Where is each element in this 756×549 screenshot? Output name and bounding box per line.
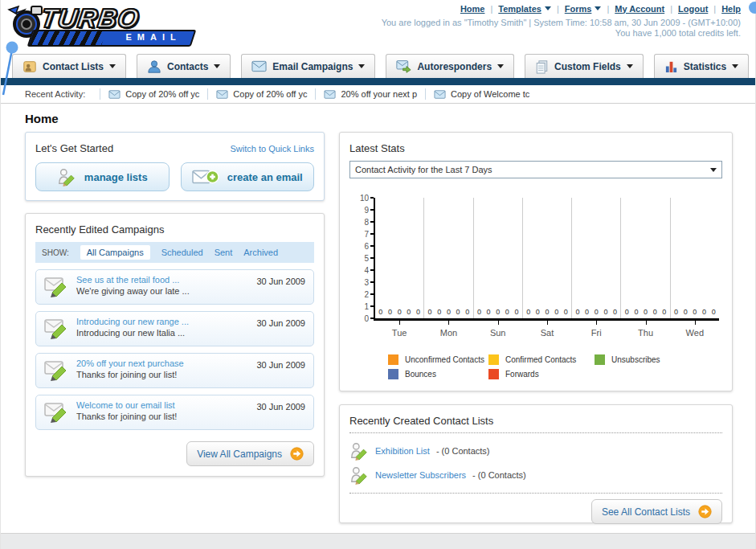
latest-stats-panel: Latest Stats Contact Activity for the La… (339, 132, 733, 391)
campaign-title-link[interactable]: 20% off your next purchase (76, 358, 184, 368)
chart-day-group: 00000Fri (571, 198, 620, 318)
chevron-down-icon (358, 64, 365, 72)
data-value-label: 0 (595, 308, 599, 316)
chart-day-group: 00000Wed (670, 198, 719, 318)
recently-edited-campaigns-panel: Recently Edited Campaigns SHOW: All Camp… (25, 213, 325, 477)
legend-swatch (595, 354, 605, 365)
contact-list-count: - (0 Contacts) (436, 446, 490, 456)
callout-marker-left (1, 40, 22, 98)
header: TURBO EMAIL Home Templates Forms My Acco… (1, 0, 755, 78)
tab-all-campaigns[interactable]: All Campaigns (80, 245, 150, 260)
tab-contacts[interactable]: Contacts (137, 54, 231, 78)
top-link-my-account[interactable]: My Account (615, 4, 664, 14)
tab-contact-lists[interactable]: Contact Lists (12, 54, 126, 78)
tab-autoresponders[interactable]: Autoresponders (386, 54, 514, 78)
chevron-down-icon (627, 64, 633, 72)
y-axis-label: 6 (364, 242, 369, 251)
data-value-label: 0 (456, 308, 460, 316)
campaign-row[interactable]: Introducing our new range ... Introducin… (35, 311, 314, 346)
person-icon (147, 59, 161, 74)
contact-list-name-link[interactable]: Exhibition List (375, 446, 430, 456)
legend-swatch (488, 369, 499, 379)
data-value-label: 0 (712, 308, 716, 316)
campaign-row[interactable]: 20% off your next purchase Thanks for jo… (35, 353, 314, 388)
top-link-help[interactable]: Help (721, 4, 741, 14)
y-axis-label: 4 (364, 266, 369, 275)
contact-list-item[interactable]: Newsletter Subscribers - (0 Contacts) (349, 465, 722, 485)
bar-chart-icon (664, 59, 678, 73)
data-value-label: 0 (702, 308, 706, 316)
top-link-forms[interactable]: Forms (565, 3, 602, 14)
contact-lists-title: Recently Created Contact Lists (349, 415, 722, 427)
top-link-logout[interactable]: Logout (678, 4, 708, 14)
data-value-label: 0 (564, 308, 568, 316)
tab-custom-fields[interactable]: Custom Fields (525, 54, 644, 78)
latest-stats-title: Latest Stats (349, 142, 722, 154)
main-nav-tabs: Contact Lists Contacts Email Campaigns (12, 54, 749, 78)
get-started-panel: Let's Get Started Switch to Quick Links … (25, 132, 325, 201)
y-axis-label: 10 (360, 194, 369, 203)
manage-lists-button[interactable]: manage lists (35, 162, 170, 191)
recent-activity-item[interactable]: Copy of 20% off yc (207, 88, 315, 100)
campaigns-title: Recently Edited Campaigns (35, 223, 314, 236)
legend-swatch (388, 369, 398, 379)
y-axis-label: 0 (364, 314, 369, 323)
get-started-title: Let's Get Started (35, 142, 113, 154)
data-value-label: 0 (585, 308, 589, 316)
campaigns-filter-bar: SHOW: All Campaigns Scheduled Sent Archi… (35, 242, 314, 263)
campaign-title-link[interactable]: Welcome to our email list (76, 400, 177, 410)
contact-list-count: - (0 Contacts) (472, 470, 526, 480)
tab-email-campaigns[interactable]: Email Campaigns (241, 54, 375, 78)
chevron-down-icon (732, 64, 738, 72)
contact-activity-chart: 109876543210 00000Tue00000Mon00000Sun000… (354, 198, 719, 342)
tab-statistics[interactable]: Statistics (654, 54, 749, 78)
chevron-down-icon (214, 64, 220, 72)
view-all-campaigns-button[interactable]: View All Campaigns (186, 441, 314, 466)
person-pencil-icon (349, 441, 369, 461)
data-value-label: 0 (487, 308, 491, 316)
switch-quick-links[interactable]: Switch to Quick Links (230, 144, 314, 154)
recent-activity-item[interactable]: Copy of 20% off yc (100, 88, 207, 100)
data-value-label: 0 (388, 308, 392, 316)
envelope-arrow-icon (396, 59, 411, 73)
turbo-email-logo[interactable]: TURBO EMAIL (6, 3, 206, 48)
credits-status-text: You have 1,000 total credits left. (615, 28, 741, 38)
tab-scheduled[interactable]: Scheduled (161, 248, 203, 257)
data-value-label: 0 (644, 308, 648, 316)
chart-day-group: 00000Mon (423, 198, 472, 318)
top-link-home[interactable]: Home (460, 4, 485, 14)
show-label: SHOW: (42, 248, 69, 257)
contact-list-name-link[interactable]: Newsletter Subscribers (375, 470, 466, 480)
campaign-subtitle: Thanks for joining our list! (76, 412, 177, 421)
see-all-contact-lists-button[interactable]: See All Contact Lists (591, 499, 722, 524)
campaign-subtitle: Thanks for joining our list! (76, 370, 184, 379)
campaign-title-link[interactable]: See us at the retail food ... (76, 275, 190, 285)
legend-item: Unconfirmed Contacts (388, 354, 488, 365)
data-value-label: 0 (634, 308, 638, 316)
data-value-label: 0 (653, 308, 657, 316)
tab-sent[interactable]: Sent (215, 248, 233, 257)
recent-activity-item[interactable]: Copy of Welcome tc (425, 88, 537, 100)
campaign-row[interactable]: Welcome to our email list Thanks for joi… (35, 395, 314, 430)
data-value-label: 0 (603, 308, 607, 316)
recent-activity-item[interactable]: 20% off your next p (315, 88, 425, 100)
campaign-date: 30 Jun 2009 (256, 317, 305, 328)
campaign-title-link[interactable]: Introducing our new range ... (76, 317, 189, 326)
envelope-icon (108, 90, 121, 99)
create-email-button[interactable]: create an email (181, 162, 315, 191)
person-pencil-icon (57, 167, 76, 186)
chevron-down-icon (109, 64, 116, 72)
legend-swatch (488, 354, 499, 365)
top-link-templates[interactable]: Templates (498, 3, 551, 14)
tab-archived[interactable]: Archived (243, 248, 278, 257)
data-value-label: 0 (428, 308, 432, 316)
envelope-plus-icon (192, 168, 219, 186)
page-title: Home (25, 112, 755, 125)
x-axis-label: Sat (523, 328, 571, 338)
campaign-row[interactable]: See us at the retail food ... We're givi… (35, 269, 314, 305)
stats-filter-select[interactable]: Contact Activity for the Last 7 Days (349, 161, 722, 178)
data-value-label: 0 (554, 308, 558, 316)
y-axis-label: 2 (364, 290, 369, 299)
chart-day-group: 00000Tue (375, 198, 423, 318)
contact-list-item[interactable]: Exhibition List - (0 Contacts) (349, 441, 722, 461)
